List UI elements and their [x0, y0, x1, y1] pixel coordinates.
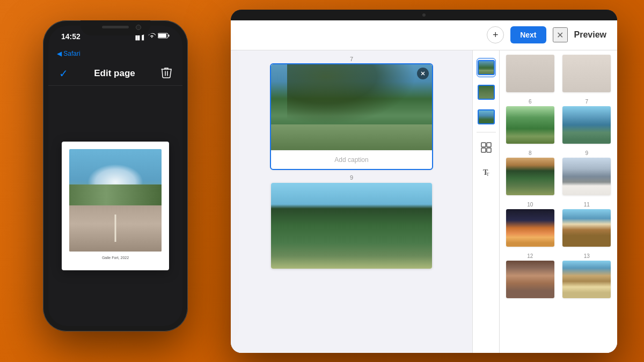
- phone-page-content: Galle Fort, 2022: [48, 86, 182, 326]
- preview-item-partial-1[interactable]: [504, 55, 557, 92]
- svg-text:T: T: [486, 172, 489, 177]
- page-number-7: 7: [271, 56, 432, 62]
- preview-item-8[interactable]: 8: [504, 150, 557, 195]
- tool-divider: [477, 132, 496, 132]
- tablet-editor[interactable]: 7: [231, 50, 472, 353]
- preview-item-12[interactable]: 12: [504, 253, 557, 298]
- tool-text[interactable]: T T: [477, 162, 496, 182]
- preview-num-12: 12: [527, 253, 533, 259]
- preview-num-13: 13: [584, 253, 590, 259]
- preview-row-10-11: 10 11: [504, 202, 613, 247]
- close-button[interactable]: ✕: [553, 27, 568, 42]
- toolbar-title: Edit page: [94, 68, 135, 79]
- preview-panel: 6 7 8: [499, 50, 617, 353]
- preview-num-11: 11: [584, 202, 590, 208]
- tablet-device: + Next ✕ Preview 7: [231, 10, 617, 353]
- preview-num-6: 6: [529, 99, 532, 105]
- svg-rect-8: [487, 148, 491, 152]
- page-block-9: 9: [271, 174, 432, 269]
- delete-button[interactable]: [161, 67, 172, 81]
- phone-screen: 14:52 ▐▌▌ ◀ Safari ✓ Edit page: [48, 26, 182, 326]
- preview-item-7[interactable]: 7: [561, 99, 613, 144]
- preview-thumb-11: [562, 209, 611, 247]
- page-number-9: 9: [271, 174, 432, 181]
- tablet-body: 7: [231, 50, 617, 353]
- tool-image-2[interactable]: [477, 83, 496, 102]
- preview-thumb-10: [506, 209, 554, 247]
- preview-row-6-7: 6 7: [504, 99, 613, 144]
- image-thumb-1: [478, 60, 495, 75]
- tablet-screen: + Next ✕ Preview 7: [231, 20, 617, 353]
- road-layer: [69, 205, 162, 252]
- phone-page-photo: [69, 149, 162, 252]
- svg-rect-6: [487, 143, 491, 147]
- battery-icon: [158, 33, 170, 40]
- image-thumb-2: [478, 85, 495, 100]
- phone-page-card: Galle Fort, 2022: [62, 142, 169, 270]
- preview-thumb-8: [506, 158, 554, 195]
- page-card-9[interactable]: [271, 183, 432, 269]
- page-close-button[interactable]: [417, 68, 429, 79]
- svg-rect-2: [169, 35, 170, 37]
- preview-row-8-9: 8 9: [504, 150, 613, 195]
- add-caption-field[interactable]: Add caption: [271, 150, 432, 169]
- page-photo-9: [271, 183, 432, 269]
- safari-back-bar: ◀ Safari: [48, 45, 182, 62]
- preview-thumb-7: [562, 106, 611, 144]
- preview-thumb-13: [562, 261, 611, 298]
- preview-thumb-6: [506, 106, 554, 144]
- phone-camera: [136, 25, 141, 30]
- preview-num-9: 9: [585, 150, 588, 156]
- tablet-camera: [422, 13, 426, 17]
- preview-row-top: [504, 55, 613, 92]
- preview-thumb-9: [562, 158, 611, 195]
- image-thumb-3: [478, 109, 495, 124]
- wifi-icon: [148, 33, 156, 40]
- svg-rect-5: [481, 143, 486, 147]
- preview-item-6[interactable]: 6: [504, 99, 557, 144]
- tablet-camera-bar: [231, 10, 617, 20]
- preview-item-partial-2[interactable]: [561, 55, 613, 92]
- swamp-tree: [287, 64, 416, 124]
- confirm-button[interactable]: ✓: [59, 67, 68, 80]
- safari-back-button[interactable]: ◀ Safari: [57, 50, 80, 57]
- preview-thumb-partial-1: [506, 55, 554, 92]
- status-time: 14:52: [61, 32, 80, 41]
- scene: 14:52 ▐▌▌ ◀ Safari ✓ Edit page: [27, 10, 617, 353]
- preview-label: Preview: [574, 30, 606, 40]
- preview-item-10[interactable]: 10: [504, 202, 557, 247]
- svg-rect-7: [481, 148, 486, 152]
- page-block-7: 7: [271, 56, 432, 169]
- add-page-button[interactable]: +: [487, 26, 504, 43]
- preview-num-10: 10: [527, 202, 533, 208]
- phone-edit-toolbar: ✓ Edit page: [48, 62, 182, 86]
- tool-layout[interactable]: [477, 138, 496, 157]
- preview-item-13[interactable]: 13: [561, 253, 613, 298]
- phone-speaker: [102, 26, 129, 28]
- tool-image-3[interactable]: [477, 107, 496, 127]
- preview-num-8: 8: [529, 150, 532, 156]
- svg-rect-1: [158, 34, 166, 38]
- preview-thumb-12: [506, 261, 554, 298]
- preview-thumb-partial-2: [562, 55, 611, 92]
- page-card-7[interactable]: Add caption: [271, 64, 432, 169]
- preview-row-12-13: 12 13: [504, 253, 613, 298]
- tool-image-1[interactable]: [477, 58, 496, 77]
- photo-caption: Galle Fort, 2022: [102, 256, 129, 260]
- preview-item-11[interactable]: 11: [561, 202, 613, 247]
- page-photo-7: [271, 64, 432, 150]
- phone-device: 14:52 ▐▌▌ ◀ Safari ✓ Edit page: [43, 20, 188, 331]
- tablet-header: + Next ✕ Preview: [231, 20, 617, 50]
- preview-num-7: 7: [585, 99, 588, 105]
- next-button[interactable]: Next: [510, 26, 546, 43]
- preview-item-9[interactable]: 9: [561, 150, 613, 195]
- tablet-tools-panel: T T: [472, 50, 499, 353]
